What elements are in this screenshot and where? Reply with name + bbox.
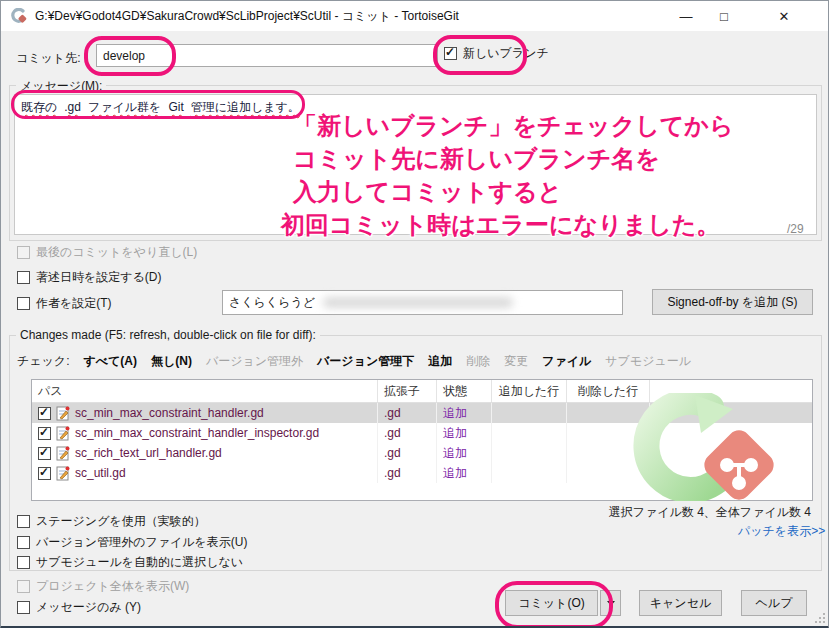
annotation-line: 入力してコミットすると xyxy=(293,175,823,208)
branch-name-input[interactable]: develop xyxy=(96,44,438,67)
filter-select-all[interactable]: すべて(A) xyxy=(83,353,137,370)
filter-unversioned: バージョン管理外 xyxy=(206,353,303,370)
file-deleted-lines xyxy=(567,423,650,443)
file-deleted-lines xyxy=(567,443,650,463)
column-header-spacer xyxy=(650,380,812,402)
file-count-status: 選択ファイル数 4、全体ファイル数 4 xyxy=(609,504,811,521)
filter-modified: 変更 xyxy=(504,353,528,370)
table-row[interactable]: sc_min_max_constraint_handler_inspector.… xyxy=(32,423,812,443)
amend-label: 最後のコミットをやり直し(L) xyxy=(36,244,197,261)
row-spacer xyxy=(650,423,812,443)
checkbox-checked-icon xyxy=(444,47,457,60)
file-status: 追加 xyxy=(437,403,492,423)
set-author-label: 作者を設定(T) xyxy=(36,295,112,312)
use-staging-label: ステージングを使用（実験的） xyxy=(36,513,206,530)
whole-project-checkbox: プロジェクト全体を表示(W) xyxy=(17,578,189,595)
file-name: sc_min_max_constraint_handler.gd xyxy=(75,406,264,420)
whole-project-label: プロジェクト全体を表示(W) xyxy=(36,578,189,595)
file-added-lines xyxy=(492,403,567,423)
redacted-author-blur xyxy=(323,297,513,308)
column-header-deleted-lines[interactable]: 削除した行 xyxy=(567,380,650,402)
file-status: 追加 xyxy=(437,463,492,483)
file-icon xyxy=(56,406,70,421)
filter-select-none[interactable]: 無し(N) xyxy=(151,353,192,370)
resize-grip[interactable] xyxy=(815,613,825,623)
changes-group-label: Changes made (F5: refresh, double-click … xyxy=(16,328,320,342)
commit-dropdown-button[interactable] xyxy=(600,590,621,616)
checkbox-unchecked-icon xyxy=(17,601,30,614)
set-author-checkbox[interactable]: 作者を設定(T) xyxy=(17,295,112,312)
check-filter-bar: チェック: すべて(A) 無し(N) バージョン管理外 バージョン管理下 追加 … xyxy=(17,353,691,370)
new-branch-checkbox[interactable]: 新しいブランチ xyxy=(444,45,549,62)
close-button[interactable]: ✕ xyxy=(762,1,806,31)
message-only-checkbox[interactable]: メッセージのみ (Y) xyxy=(17,599,141,616)
file-icon xyxy=(56,446,70,461)
file-deleted-lines xyxy=(567,403,650,423)
new-branch-label: 新しいブランチ xyxy=(463,45,549,62)
checkbox-unchecked-icon xyxy=(17,556,30,569)
maximize-button[interactable]: □ xyxy=(702,1,746,31)
file-deleted-lines xyxy=(567,463,650,483)
commit-to-label: コミット先: xyxy=(16,50,80,67)
row-checkbox[interactable] xyxy=(38,427,51,440)
show-patch-link[interactable]: パッチを表示>> xyxy=(738,523,825,540)
file-added-lines xyxy=(492,463,567,483)
row-spacer xyxy=(650,403,812,423)
help-button[interactable]: ヘルプ xyxy=(741,590,807,616)
table-row[interactable]: sc_rich_text_url_handler.gd .gd 追加 xyxy=(32,443,812,463)
file-name: sc_util.gd xyxy=(75,466,126,480)
file-status: 追加 xyxy=(437,423,492,443)
file-name: sc_rich_text_url_handler.gd xyxy=(75,446,222,460)
table-row[interactable]: sc_util.gd .gd 追加 xyxy=(32,463,812,483)
author-input[interactable]: さくらくらうど xyxy=(222,290,623,315)
message-group-label: メッセージ(M): xyxy=(16,78,106,95)
show-unversioned-checkbox[interactable]: バージョン管理外のファイルを表示(U) xyxy=(17,534,247,551)
window-title: G:¥Dev¥Godot4GD¥SakuraCrowd¥ScLibProject… xyxy=(35,8,459,25)
use-staging-checkbox[interactable]: ステージングを使用（実験的） xyxy=(17,513,206,530)
file-ext: .gd xyxy=(378,443,437,463)
table-header: パス 拡張子 状態 追加した行 削除した行 xyxy=(32,380,812,403)
table-row[interactable]: sc_min_max_constraint_handler.gd .gd 追加 xyxy=(32,403,812,423)
filter-deleted: 削除 xyxy=(466,353,490,370)
file-icon xyxy=(56,426,70,441)
message-only-label: メッセージのみ (Y) xyxy=(36,599,141,616)
message-word: Git xyxy=(168,100,183,114)
chevron-down-icon xyxy=(607,601,615,606)
show-unversioned-label: バージョン管理外のファイルを表示(U) xyxy=(36,534,247,551)
filter-added[interactable]: 追加 xyxy=(428,353,452,370)
message-word: 管理に追加します。 xyxy=(191,100,300,114)
checkbox-unchecked-icon xyxy=(17,536,30,549)
row-checkbox[interactable] xyxy=(38,467,51,480)
check-label: チェック: xyxy=(17,353,69,370)
checkbox-disabled-icon xyxy=(17,246,30,259)
cancel-button[interactable]: キャンセル xyxy=(639,590,722,616)
checkbox-unchecked-icon xyxy=(17,297,30,310)
filter-files[interactable]: ファイル xyxy=(542,353,591,370)
checkbox-unchecked-icon xyxy=(17,515,30,528)
author-value: さくらくらうど xyxy=(229,294,315,311)
column-header-added-lines[interactable]: 追加した行 xyxy=(492,380,567,402)
annotation-line: コミット先に新しいブランチ名を xyxy=(293,142,823,175)
no-auto-submodule-checkbox[interactable]: サブモジュールを自動的に選択しない xyxy=(17,554,243,571)
set-date-checkbox[interactable]: 著述日時を設定する(D) xyxy=(17,269,162,286)
checkbox-disabled-icon xyxy=(17,580,30,593)
file-added-lines xyxy=(492,443,567,463)
column-header-ext[interactable]: 拡張子 xyxy=(378,380,437,402)
amend-checkbox: 最後のコミットをやり直し(L) xyxy=(17,244,197,261)
column-header-status[interactable]: 状態 xyxy=(437,380,492,402)
message-word: 既存の xyxy=(21,100,57,114)
row-checkbox[interactable] xyxy=(38,447,51,460)
file-name: sc_min_max_constraint_handler_inspector.… xyxy=(75,426,319,440)
set-date-label: 著述日時を設定する(D) xyxy=(36,269,162,286)
row-checkbox[interactable] xyxy=(38,407,51,420)
signed-off-by-button[interactable]: Signed-off-by を追加 (S) xyxy=(652,289,813,315)
filter-versioned[interactable]: バージョン管理下 xyxy=(317,353,414,370)
row-spacer xyxy=(650,463,812,483)
row-spacer xyxy=(650,443,812,463)
branch-name-value: develop xyxy=(103,49,145,63)
file-icon xyxy=(56,466,70,481)
commit-button[interactable]: コミット(O) xyxy=(505,590,598,616)
file-status: 追加 xyxy=(437,443,492,463)
message-length-counter: /29 xyxy=(787,222,804,236)
column-header-path[interactable]: パス xyxy=(32,380,378,402)
